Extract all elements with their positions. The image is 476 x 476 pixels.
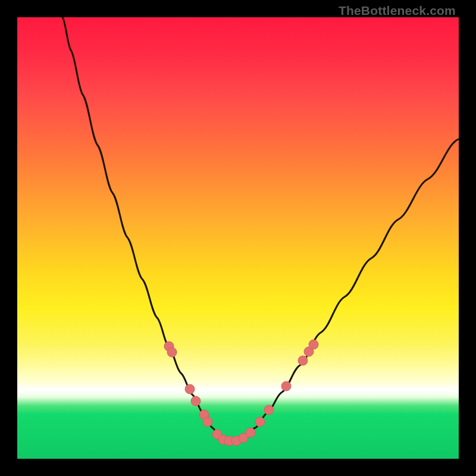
data-marker (264, 405, 274, 415)
data-marker (255, 417, 265, 427)
chart-frame: TheBottleneck.com (0, 0, 476, 476)
data-marker (281, 381, 291, 391)
chart-svg (17, 17, 459, 459)
markers-group (164, 340, 318, 446)
bottleneck-curve (62, 17, 458, 441)
curve-group (62, 17, 458, 441)
data-marker (203, 417, 212, 427)
data-marker (185, 384, 195, 394)
data-marker (309, 340, 318, 349)
data-marker (191, 396, 201, 406)
plot-area (17, 17, 459, 459)
watermark-text: TheBottleneck.com (339, 4, 456, 18)
data-marker (246, 428, 255, 437)
data-marker (167, 347, 177, 357)
data-marker (298, 356, 308, 365)
